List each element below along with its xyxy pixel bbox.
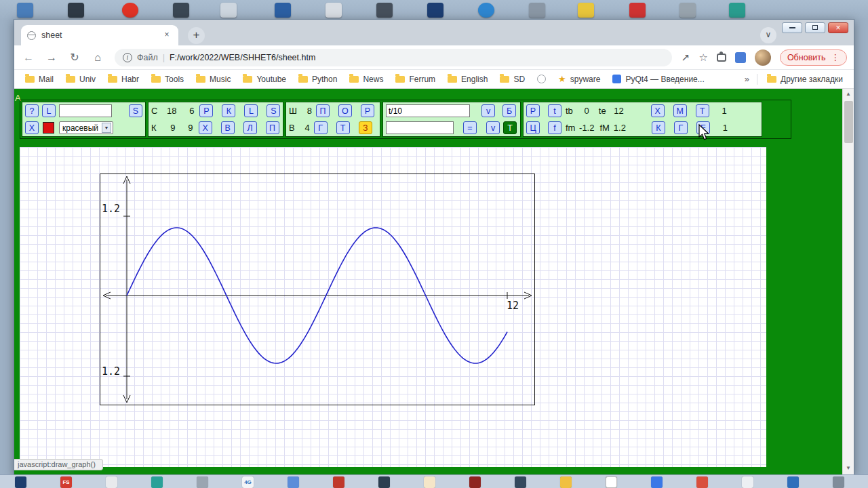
chrome-update-button[interactable]: Обновить ⋮ <box>780 49 847 66</box>
browser-tab[interactable]: sheet × <box>21 25 178 45</box>
taskbar-icon[interactable] <box>151 476 163 488</box>
help-button[interactable]: ? <box>25 104 39 117</box>
desktop-icon[interactable] <box>629 3 646 18</box>
v3-button[interactable]: v <box>486 121 500 134</box>
z-button-highlighted[interactable]: З <box>359 121 372 134</box>
back-icon[interactable]: ← <box>20 49 37 66</box>
info-icon[interactable]: i <box>123 53 132 62</box>
v-button[interactable]: В <box>221 121 235 134</box>
taskbar-icon[interactable] <box>424 476 435 488</box>
bookmark-youtube[interactable]: Youtube <box>237 73 292 86</box>
formula-input2[interactable] <box>386 121 454 134</box>
home-icon[interactable]: ⌂ <box>89 49 106 66</box>
ts-button[interactable]: Ц <box>526 121 540 134</box>
scroll-down-icon[interactable]: ▼ <box>843 463 854 474</box>
scrollbar-thumb[interactable] <box>844 101 853 143</box>
taskbar-icon[interactable] <box>106 476 117 488</box>
new-tab-button[interactable]: + <box>188 27 205 44</box>
forward-icon[interactable]: → <box>43 49 60 66</box>
bookmark-tools[interactable]: Tools <box>146 73 189 86</box>
formula-input[interactable] <box>386 104 470 117</box>
g-button[interactable]: Г <box>314 121 328 134</box>
reload-icon[interactable]: ↻ <box>66 49 83 66</box>
t2-button[interactable]: t <box>548 104 561 117</box>
bookmark-globe[interactable] <box>532 73 551 85</box>
tab-close-icon[interactable]: × <box>161 30 172 41</box>
x3-button[interactable]: Х <box>651 104 665 117</box>
desktop-icon[interactable] <box>376 3 393 18</box>
taskbar-icon[interactable] <box>15 476 26 488</box>
bookmark-english[interactable]: English <box>442 73 493 86</box>
bookmark-star-icon[interactable]: ☆ <box>698 52 707 64</box>
desktop-icon[interactable] <box>427 3 443 18</box>
desktop-icon[interactable] <box>220 3 237 18</box>
bookmark-spyware[interactable]: ★spyware <box>553 72 606 86</box>
scroll-up-icon[interactable]: ▲ <box>843 89 854 100</box>
p2-button[interactable]: П <box>316 104 330 117</box>
r3-button[interactable]: Р <box>526 104 540 117</box>
window-maximize-button[interactable] <box>805 22 825 33</box>
r-button[interactable]: Р <box>199 104 213 117</box>
equals-button[interactable]: = <box>463 121 477 134</box>
desktop-icon[interactable] <box>122 3 138 18</box>
bookmark-ferrum[interactable]: Ferrum <box>390 73 441 86</box>
desktop-icon[interactable] <box>17 3 33 18</box>
x2-button[interactable]: Х <box>199 121 212 134</box>
bookmark-mail[interactable]: Mail <box>20 73 59 86</box>
l-button[interactable]: L <box>42 104 56 117</box>
taskbar-icon[interactable] <box>197 476 208 488</box>
k2-button[interactable]: К <box>652 121 665 134</box>
taskbar-icon[interactable] <box>288 476 299 488</box>
other-bookmarks[interactable]: Другие закладки <box>762 73 848 86</box>
desktop-icon[interactable] <box>275 3 291 18</box>
taskbar-icon[interactable] <box>606 476 617 488</box>
bookmark-music[interactable]: Music <box>191 73 236 86</box>
b-button[interactable]: Б <box>502 104 516 117</box>
text-input[interactable] <box>59 104 112 117</box>
window-close-button[interactable]: × <box>828 22 848 33</box>
desktop-icon[interactable] <box>529 3 545 18</box>
desktop-icon[interactable] <box>173 3 189 18</box>
t-button-highlighted[interactable]: Т <box>503 121 517 134</box>
s-button[interactable]: S <box>129 104 142 117</box>
menu-dots-icon[interactable]: ⋮ <box>831 52 840 62</box>
l2-button[interactable]: L <box>244 104 258 117</box>
o-button[interactable]: О <box>338 104 352 117</box>
taskbar-icon[interactable] <box>560 476 572 488</box>
s2-button[interactable]: S <box>267 104 280 117</box>
share-icon[interactable]: ↗ <box>682 52 690 64</box>
taskbar-icon[interactable] <box>469 476 481 488</box>
taskbar-icon[interactable] <box>742 476 753 488</box>
g2-button[interactable]: Г <box>674 121 688 134</box>
taskbar-icon-fs[interactable]: FS <box>60 476 72 488</box>
desktop-icon[interactable] <box>729 3 745 18</box>
taskbar-icon[interactable] <box>333 476 344 488</box>
taskbar-icon[interactable] <box>651 476 663 488</box>
address-bar[interactable]: i Файл | F:/work/2022/WEB/SHHET6/sheet.h… <box>115 49 672 66</box>
desktop-icon[interactable] <box>679 3 696 18</box>
taskbar-icon-4g[interactable]: 4G <box>242 476 254 488</box>
bookmark-sd[interactable]: SD <box>494 73 530 86</box>
profile-avatar[interactable] <box>755 49 771 66</box>
k-button[interactable]: К <box>222 104 235 117</box>
taskbar-icon[interactable] <box>378 476 390 488</box>
p-button[interactable]: П <box>266 121 279 134</box>
x-button[interactable]: X <box>25 121 39 134</box>
tab-search-chevron-icon[interactable]: ∨ <box>760 27 776 43</box>
extensions-puzzle-icon[interactable] <box>717 54 726 62</box>
v2-button[interactable]: v <box>481 104 495 117</box>
f-button[interactable]: f <box>548 121 561 134</box>
bookmark-python[interactable]: Python <box>293 73 342 86</box>
page-scrollbar[interactable]: ▲ ▼ <box>842 89 854 475</box>
color-swatch[interactable] <box>43 122 54 134</box>
bookmark-pyqt[interactable]: PyQt4 — Введение... <box>607 73 709 86</box>
bookmarks-overflow-icon[interactable]: » <box>741 74 753 84</box>
t-button[interactable]: Т <box>336 121 350 134</box>
color-select[interactable]: красевый ▼ <box>59 121 113 134</box>
r2-button[interactable]: Р <box>361 104 374 117</box>
taskbar-icon[interactable] <box>833 476 844 488</box>
bookmark-habr[interactable]: Habr <box>102 73 144 86</box>
desktop-icon[interactable] <box>478 3 494 18</box>
desktop-icon[interactable] <box>68 3 84 18</box>
bookmark-univ[interactable]: Univ <box>60 73 101 86</box>
